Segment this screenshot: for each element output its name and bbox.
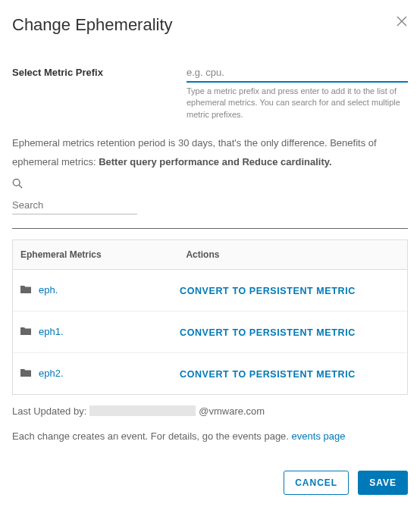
convert-to-persistent-button[interactable]: CONVERT TO PERSISTENT METRIC [180, 286, 356, 296]
cancel-button[interactable]: CANCEL [284, 471, 349, 495]
updated-suffix: @vmware.com [199, 405, 265, 417]
folder-icon [20, 283, 31, 297]
prefix-label: Select Metric Prefix [12, 65, 186, 120]
column-header-actions: Actions [178, 240, 407, 269]
description-bold: Better query performance and Reduce card… [99, 156, 332, 167]
events-note-text: Each change creates an event. For detail… [12, 430, 292, 442]
search-icon[interactable] [12, 178, 408, 192]
divider [12, 228, 408, 229]
prefix-helper-text: Type a metric prefix and press enter to … [186, 86, 408, 120]
redacted-user [89, 405, 196, 416]
events-note: Each change creates an event. For detail… [12, 430, 408, 442]
convert-to-persistent-button[interactable]: CONVERT TO PERSISTENT METRIC [180, 369, 356, 380]
svg-line-3 [19, 185, 22, 188]
close-icon[interactable] [396, 15, 408, 30]
metric-name-link[interactable]: eph2. [39, 368, 64, 379]
description-text: Ephemeral metrics retention period is 30… [12, 134, 408, 171]
metric-name-link[interactable]: eph. [39, 284, 58, 296]
metric-prefix-input[interactable] [186, 65, 408, 83]
folder-icon [20, 367, 31, 380]
dialog-title: Change Ephemerality [12, 15, 173, 35]
last-updated-by: Last Updated by: @vmware.com [12, 405, 408, 417]
updated-prefix: Last Updated by: [12, 405, 86, 417]
ephemeral-metrics-table: Ephemeral Metrics Actions eph. CONVERT T… [12, 239, 408, 395]
convert-to-persistent-button[interactable]: CONVERT TO PERSISTENT METRIC [180, 327, 356, 338]
column-header-metrics: Ephemeral Metrics [13, 240, 178, 269]
search-input[interactable] [12, 196, 137, 214]
save-button[interactable]: SAVE [358, 471, 408, 495]
folder-icon [20, 325, 31, 339]
metric-name-link[interactable]: eph1. [39, 326, 64, 337]
table-row: eph2. CONVERT TO PERSISTENT METRIC [13, 353, 407, 394]
table-row: eph. CONVERT TO PERSISTENT METRIC [13, 270, 407, 311]
events-page-link[interactable]: events page [292, 430, 346, 442]
svg-point-2 [13, 179, 20, 186]
table-row: eph1. CONVERT TO PERSISTENT METRIC [13, 311, 407, 353]
